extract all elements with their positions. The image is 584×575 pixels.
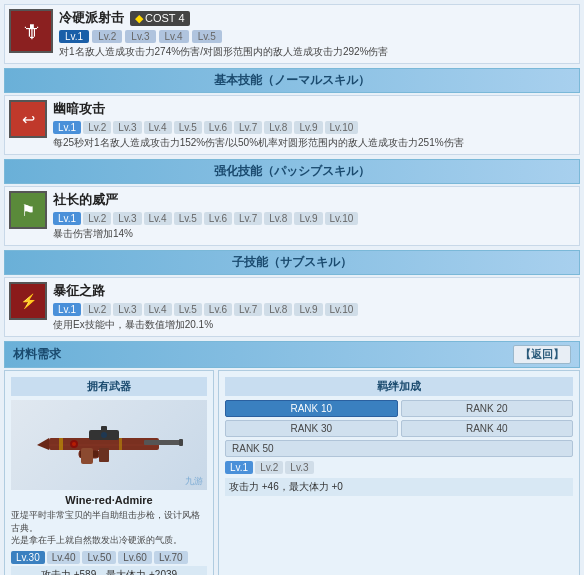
svg-point-14 [72,442,76,446]
top-skill-levels: Lv.1Lv.2Lv.3Lv.4Lv.5 [59,30,575,43]
skill1-lv-7[interactable]: Lv.8 [264,121,292,134]
skill2-lv-5[interactable]: Lv.6 [204,212,232,225]
svg-rect-8 [99,448,109,462]
bond-panel: 羁绊加成 RANK 10RANK 20RANK 30RANK 40RANK 50… [218,370,580,575]
skill1-lv-1[interactable]: Lv.2 [83,121,111,134]
weapon-levels: Lv.30Lv.40Lv.50Lv.60Lv.70 [11,551,207,564]
watermark: 九游 [185,475,203,488]
rank-btn-3[interactable]: RANK 40 [401,420,574,437]
skill-row-3: ⚡ 暴征之路 Lv.1Lv.2Lv.3Lv.4Lv.5Lv.6Lv.7Lv.8L… [4,277,580,337]
svg-rect-9 [179,439,183,446]
weapon-desc: 亚堤平时非常宝贝的半自助组击步枪，设计风格古典。 光是拿在手上就自然散发出冷硬派… [11,509,207,547]
top-skill-lv-1[interactable]: Lv.2 [92,30,122,43]
top-skill-lv-0[interactable]: Lv.1 [59,30,89,43]
skill3-header: 暴征之路 [53,282,575,300]
skill2-icon: ⚑ [9,191,47,229]
owned-weapon-title: 拥有武器 [11,377,207,396]
skill1-lv-5[interactable]: Lv.6 [204,121,232,134]
weapon-svg [29,410,189,480]
bond-lv-1[interactable]: Lv.2 [255,461,283,474]
section-header-passive: 强化技能（パッシブスキル） [4,159,580,184]
skill3-main: 暴征之路 Lv.1Lv.2Lv.3Lv.4Lv.5Lv.6Lv.7Lv.8Lv.… [53,282,575,332]
weapon-name: Wine·red·Admire [11,494,207,506]
skill3-lv-7[interactable]: Lv.8 [264,303,292,316]
skill1-icon: ↩ [9,100,47,138]
rank-btn-0[interactable]: RANK 10 [225,400,398,417]
skill3-lv-4[interactable]: Lv.5 [174,303,202,316]
top-skill-header: 冷硬派射击 ◆ COST 4 [59,9,575,27]
materials-header: 材料需求 【返回】 [4,341,580,368]
skill3-lv-8[interactable]: Lv.9 [294,303,322,316]
skill3-icon: ⚡ [9,282,47,320]
materials-body: 拥有武器 [4,370,580,575]
skill1-lv-3[interactable]: Lv.4 [144,121,172,134]
bond-title: 羁绊加成 [225,377,573,396]
skill2-lv-8[interactable]: Lv.9 [294,212,322,225]
skill3-lv-9[interactable]: Lv.10 [325,303,359,316]
skill2-header: 社长的威严 [53,191,575,209]
top-skill-name: 冷硬派射击 [59,9,124,27]
rank-grid: RANK 10RANK 20RANK 30RANK 40RANK 50 [225,400,573,457]
section-header-sub: 子技能（サブスキル） [4,250,580,275]
skill1-lv-0[interactable]: Lv.1 [53,121,81,134]
skill1-desc: 每25秒对1名敌人造成攻击力152%伤害/以50%机率对圆形范围内的敌人造成攻击… [53,136,575,150]
skill1-lv-8[interactable]: Lv.9 [294,121,322,134]
skill3-lv-0[interactable]: Lv.1 [53,303,81,316]
bond-lv-2[interactable]: Lv.3 [285,461,313,474]
skill2-lv-4[interactable]: Lv.5 [174,212,202,225]
svg-rect-7 [81,448,93,464]
weapon-lv-3[interactable]: Lv.60 [118,551,152,564]
top-skill-icon: 🗡 [9,9,53,53]
return-button[interactable]: 【返回】 [513,345,571,364]
weapon-lv-1[interactable]: Lv.40 [47,551,81,564]
section-header-normal: 基本技能（ノーマルスキル） [4,68,580,93]
skill3-lv-1[interactable]: Lv.2 [83,303,111,316]
skill1-lv-6[interactable]: Lv.7 [234,121,262,134]
skill3-desc: 使用Ex技能中，暴击数值增加20.1% [53,318,575,332]
skill1-header: 幽暗攻击 [53,100,575,118]
skill1-lv-2[interactable]: Lv.3 [113,121,141,134]
skill3-lv-3[interactable]: Lv.4 [144,303,172,316]
skill3-lv-6[interactable]: Lv.7 [234,303,262,316]
bond-levels-row: Lv.1Lv.2Lv.3 [225,461,573,474]
svg-point-10 [101,432,107,438]
bond-lv-0[interactable]: Lv.1 [225,461,253,474]
skill2-lv-7[interactable]: Lv.8 [264,212,292,225]
skill2-lv-2[interactable]: Lv.3 [113,212,141,225]
svg-rect-2 [144,440,182,445]
weapon-lv-0[interactable]: Lv.30 [11,551,45,564]
rank-btn-1[interactable]: RANK 20 [401,400,574,417]
top-skill-lv-3[interactable]: Lv.4 [159,30,189,43]
weapon-image-area: 九游 [11,400,207,490]
skill1-levels: Lv.1Lv.2Lv.3Lv.4Lv.5Lv.6Lv.7Lv.8Lv.9Lv.1… [53,121,575,134]
skill2-lv-9[interactable]: Lv.10 [325,212,359,225]
svg-rect-11 [59,438,63,450]
skill-row-1: ↩ 幽暗攻击 Lv.1Lv.2Lv.3Lv.4Lv.5Lv.6Lv.7Lv.8L… [4,95,580,155]
weapon-lv-2[interactable]: Lv.50 [82,551,116,564]
rank-btn-2[interactable]: RANK 30 [225,420,398,437]
rank-btn-4[interactable]: RANK 50 [225,440,573,457]
weapon-lv-4[interactable]: Lv.70 [154,551,188,564]
skill1-main: 幽暗攻击 Lv.1Lv.2Lv.3Lv.4Lv.5Lv.6Lv.7Lv.8Lv.… [53,100,575,150]
skill2-lv-3[interactable]: Lv.4 [144,212,172,225]
skill3-lv-5[interactable]: Lv.6 [204,303,232,316]
skill3-lv-2[interactable]: Lv.3 [113,303,141,316]
skill1-lv-9[interactable]: Lv.10 [325,121,359,134]
skill2-lv-0[interactable]: Lv.1 [53,212,81,225]
skill3-levels: Lv.1Lv.2Lv.3Lv.4Lv.5Lv.6Lv.7Lv.8Lv.9Lv.1… [53,303,575,316]
skill2-name: 社长的威严 [53,191,118,209]
top-skill-lv-2[interactable]: Lv.3 [125,30,155,43]
svg-marker-3 [37,438,49,450]
skill2-lv-6[interactable]: Lv.7 [234,212,262,225]
weapon-stat: 攻击力 +589，最大体力 +2039 [11,566,207,575]
skill2-levels: Lv.1Lv.2Lv.3Lv.4Lv.5Lv.6Lv.7Lv.8Lv.9Lv.1… [53,212,575,225]
top-skill-desc: 对1名敌人造成攻击力274%伤害/对圆形范围内的敌人造成攻击力292%伤害 [59,45,575,59]
bond-stat: 攻击力 +46，最大体力 +0 [225,478,573,496]
skill3-name: 暴征之路 [53,282,105,300]
cost-badge: ◆ COST 4 [130,11,190,26]
skill2-lv-1[interactable]: Lv.2 [83,212,111,225]
cost-icon: ◆ [135,12,143,25]
skill1-lv-4[interactable]: Lv.5 [174,121,202,134]
top-skill-lv-4[interactable]: Lv.5 [192,30,222,43]
owned-weapon-panel: 拥有武器 [4,370,214,575]
